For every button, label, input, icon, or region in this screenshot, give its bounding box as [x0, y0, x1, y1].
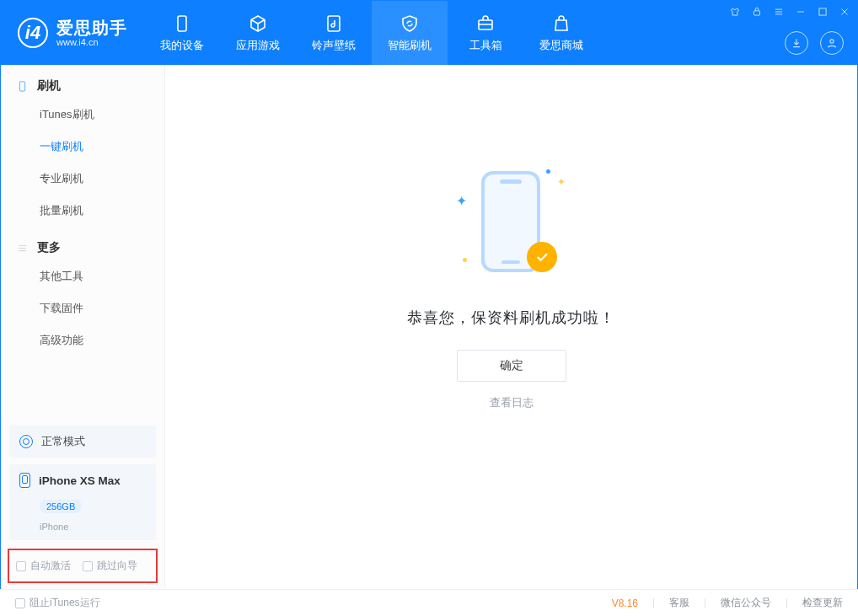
tab-label: 爱思商城 — [539, 38, 583, 53]
checkbox-icon — [83, 561, 93, 571]
toolbox-icon — [475, 13, 496, 35]
highlighted-options: 自动激活 跳过向导 — [8, 549, 158, 583]
checkmark-badge-icon — [527, 242, 557, 272]
device-name: iPhone XS Max — [39, 474, 121, 487]
sidebar-item-pro-flash[interactable]: 专业刷机 — [1, 163, 164, 195]
download-button[interactable] — [785, 31, 808, 55]
tab-apps[interactable]: 应用游戏 — [220, 1, 296, 65]
lock-icon[interactable] — [749, 4, 764, 19]
sidebar-group-label: 刷机 — [37, 78, 61, 94]
close-icon[interactable] — [837, 4, 852, 19]
sidebar-item-label: 专业刷机 — [40, 172, 83, 185]
checkbox-label: 阻止iTunes运行 — [29, 596, 100, 610]
logo-subtitle: www.i4.cn — [56, 37, 127, 47]
device-mode-box[interactable]: 正常模式 — [9, 426, 156, 458]
link-label: 检查更新 — [802, 597, 843, 608]
tab-my-device[interactable]: 我的设备 — [144, 1, 220, 65]
sidebar-group-label: 更多 — [37, 240, 61, 255]
link-label: 查看日志 — [490, 396, 534, 409]
sidebar-item-other-tools[interactable]: 其他工具 — [1, 260, 164, 292]
sidebar-item-batch-flash[interactable]: 批量刷机 — [1, 195, 164, 227]
device-mode-label: 正常模式 — [41, 434, 85, 449]
success-message: 恭喜您，保资料刷机成功啦！ — [407, 308, 615, 328]
tab-bar: 我的设备 应用游戏 铃声壁纸 智能刷机 工具箱 爱思商城 — [144, 1, 599, 65]
tab-label: 工具箱 — [469, 38, 502, 53]
sidebar-item-itunes-flash[interactable]: iTunes刷机 — [1, 99, 164, 131]
menu-icon[interactable] — [771, 4, 786, 19]
header-round-buttons — [785, 31, 844, 55]
phone-outline-icon — [19, 473, 30, 488]
svg-rect-0 — [178, 16, 186, 31]
logo-icon: i4 — [18, 18, 48, 48]
sidebar-item-advanced[interactable]: 高级功能 — [1, 324, 164, 356]
svg-rect-4 — [819, 8, 826, 15]
tab-label: 铃声壁纸 — [312, 38, 356, 53]
separator — [786, 598, 787, 608]
tab-store[interactable]: 爱思商城 — [523, 1, 599, 65]
device-info-box[interactable]: iPhone XS Max 256GB iPhone — [9, 464, 156, 540]
separator — [705, 598, 705, 608]
app-header: i4 爱思助手 www.i4.cn 我的设备 应用游戏 铃声壁纸 智能刷机 工具… — [1, 1, 857, 65]
sidebar-item-label: 一键刷机 — [40, 140, 83, 153]
ok-button[interactable]: 确定 — [457, 350, 566, 382]
separator — [653, 598, 654, 608]
sidebar-item-label: iTunes刷机 — [40, 108, 94, 121]
tab-ringtone[interactable]: 铃声壁纸 — [296, 1, 372, 65]
wechat-link[interactable]: 微信公众号 — [721, 596, 771, 610]
phone-icon — [16, 80, 29, 93]
maximize-icon[interactable] — [815, 4, 830, 19]
checkbox-auto-activate[interactable]: 自动激活 — [16, 559, 71, 573]
mode-icon — [19, 435, 33, 448]
link-label: 微信公众号 — [721, 597, 771, 608]
sidebar-item-label: 其他工具 — [40, 270, 83, 282]
bag-icon — [550, 13, 572, 35]
device-type-label: iPhone — [40, 522, 146, 532]
svg-rect-3 — [754, 11, 760, 15]
refresh-shield-icon — [399, 13, 421, 35]
support-link[interactable]: 客服 — [669, 596, 689, 610]
version-label: V8.16 — [612, 597, 638, 609]
success-illustration: ✦ ✦ — [444, 166, 579, 284]
tab-smart-flash[interactable]: 智能刷机 — [372, 1, 448, 65]
svg-rect-6 — [19, 81, 24, 90]
svg-point-5 — [830, 40, 834, 43]
view-log-link[interactable]: 查看日志 — [490, 395, 534, 410]
cube-icon — [247, 13, 269, 35]
minimize-icon[interactable] — [793, 4, 808, 19]
tab-label: 应用游戏 — [236, 38, 280, 53]
check-update-link[interactable]: 检查更新 — [802, 596, 843, 610]
device-capacity-badge: 256GB — [40, 500, 82, 513]
sparkle-icon: ✦ — [456, 193, 467, 209]
shirt-icon[interactable] — [727, 4, 743, 19]
tab-label: 我的设备 — [160, 38, 204, 53]
music-file-icon — [323, 13, 345, 35]
button-label: 确定 — [500, 358, 523, 372]
window-controls — [727, 4, 852, 19]
sidebar-item-onekey-flash[interactable]: 一键刷机 — [1, 131, 164, 163]
checkbox-icon — [16, 561, 26, 571]
sidebar-item-download-firmware[interactable]: 下载固件 — [1, 292, 164, 324]
checkbox-block-itunes[interactable]: 阻止iTunes运行 — [15, 596, 100, 610]
dot-icon — [463, 258, 467, 262]
app-body: 刷机 iTunes刷机 一键刷机 专业刷机 批量刷机 更多 其他工具 下载固件 … — [1, 65, 857, 588]
status-bar: 阻止iTunes运行 V8.16 客服 微信公众号 检查更新 — [0, 589, 858, 616]
sidebar-item-label: 高级功能 — [40, 334, 83, 346]
link-label: 客服 — [669, 597, 689, 608]
checkbox-icon — [15, 598, 25, 608]
dot-icon — [546, 169, 550, 174]
checkbox-label: 跳过向导 — [97, 559, 137, 573]
sidebar-group-more: 更多 — [1, 227, 164, 260]
main-content: ✦ ✦ 恭喜您，保资料刷机成功啦！ 确定 查看日志 — [165, 65, 857, 588]
sparkle-icon: ✦ — [557, 176, 566, 188]
sidebar-item-label: 批量刷机 — [40, 204, 83, 217]
tab-label: 智能刷机 — [388, 38, 432, 53]
sidebar-group-flash: 刷机 — [1, 65, 164, 99]
sidebar-item-label: 下载固件 — [40, 302, 83, 314]
app-logo: i4 爱思助手 www.i4.cn — [1, 1, 144, 65]
tab-toolbox[interactable]: 工具箱 — [448, 1, 523, 65]
account-button[interactable] — [820, 31, 844, 55]
device-icon — [171, 13, 193, 35]
checkbox-skip-guide[interactable]: 跳过向导 — [83, 559, 137, 573]
list-icon — [16, 242, 29, 254]
checkbox-label: 自动激活 — [30, 559, 71, 573]
